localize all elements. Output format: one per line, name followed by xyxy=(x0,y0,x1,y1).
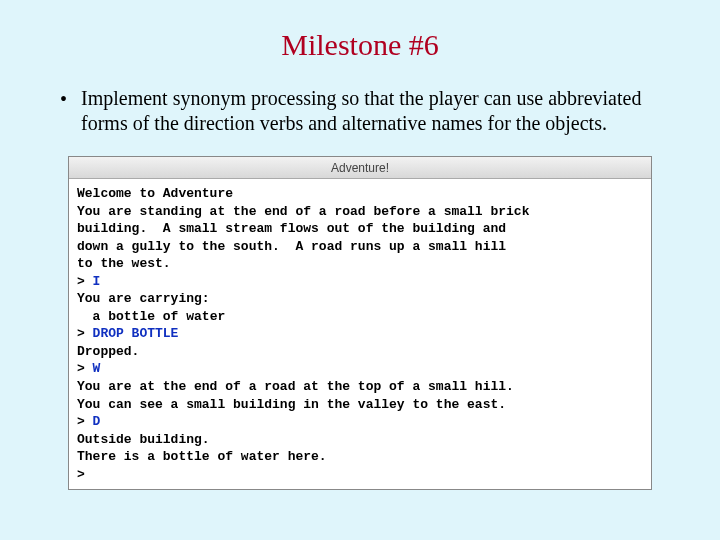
prompt: > xyxy=(77,414,93,429)
terminal-line: Outside building. xyxy=(77,431,643,449)
user-input: W xyxy=(93,361,101,376)
prompt: > xyxy=(77,361,93,376)
window-titlebar: Adventure! xyxy=(69,157,651,179)
terminal-body: Welcome to AdventureYou are standing at … xyxy=(69,179,651,489)
terminal-line: Welcome to Adventure xyxy=(77,185,643,203)
terminal-line: to the west. xyxy=(77,255,643,273)
prompt: > xyxy=(77,467,93,482)
terminal-line: a bottle of water xyxy=(77,308,643,326)
prompt: > xyxy=(77,274,93,289)
terminal-line: Dropped. xyxy=(77,343,643,361)
window-title: Adventure! xyxy=(331,161,389,175)
bullet-item: • Implement synonym processing so that t… xyxy=(60,86,660,136)
bullet-marker: • xyxy=(60,86,67,112)
slide: Milestone #6 • Implement synonym process… xyxy=(0,0,720,510)
user-input: DROP BOTTLE xyxy=(93,326,179,341)
terminal-line: > W xyxy=(77,360,643,378)
slide-title: Milestone #6 xyxy=(40,28,680,62)
terminal-line: building. A small stream flows out of th… xyxy=(77,220,643,238)
terminal-line: > I xyxy=(77,273,643,291)
terminal-line: > D xyxy=(77,413,643,431)
terminal-line: down a gully to the south. A road runs u… xyxy=(77,238,643,256)
terminal-line: > DROP BOTTLE xyxy=(77,325,643,343)
prompt: > xyxy=(77,326,93,341)
terminal-line: You are standing at the end of a road be… xyxy=(77,203,643,221)
terminal-line: You are at the end of a road at the top … xyxy=(77,378,643,396)
user-input: D xyxy=(93,414,101,429)
terminal-line: You can see a small building in the vall… xyxy=(77,396,643,414)
terminal-line: There is a bottle of water here. xyxy=(77,448,643,466)
terminal-window: Adventure! Welcome to AdventureYou are s… xyxy=(68,156,652,490)
terminal-line: > xyxy=(77,466,643,484)
bullet-text: Implement synonym processing so that the… xyxy=(81,86,660,136)
user-input: I xyxy=(93,274,101,289)
terminal-line: You are carrying: xyxy=(77,290,643,308)
